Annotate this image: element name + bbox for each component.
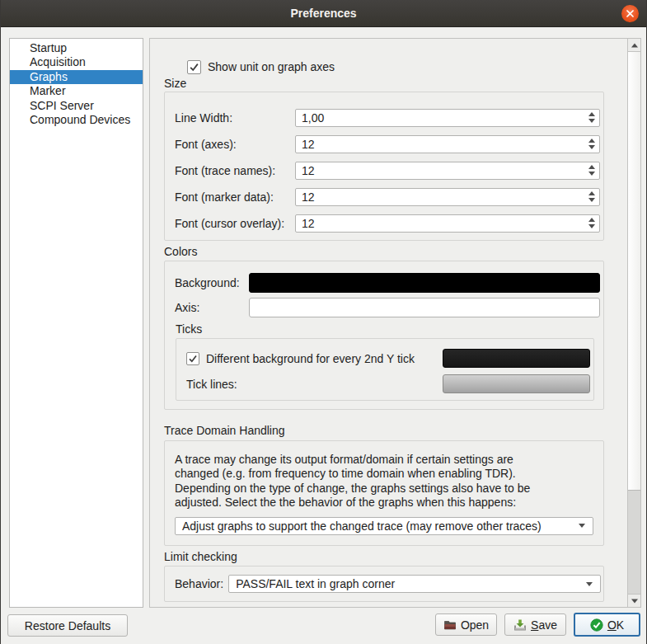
graphs-settings-content: Show unit on graph axes Size Line Width:… [164, 39, 604, 602]
restore-defaults-label: Restore Defaults [25, 619, 110, 632]
background-color-row: Background: [175, 273, 601, 293]
font-marker-data-label: Font (marker data): [175, 190, 295, 204]
font-cursor-overlay-spinbox[interactable]: 12 [295, 214, 600, 233]
line-width-value[interactable]: 1,00 [296, 111, 584, 125]
font-marker-data-spin-buttons[interactable] [584, 189, 599, 205]
axis-color-row: Axis: [175, 298, 601, 317]
line-width-spin-buttons[interactable] [584, 110, 599, 126]
preferences-dialog: Preferences Startup Acquisition Graphs M… [0, 0, 647, 644]
restore-defaults-button[interactable]: Restore Defaults [7, 614, 128, 637]
ticks-group-title: Ticks [176, 322, 601, 336]
trace-behavior-dropdown-value: Adjust graphs to support the changed tra… [176, 519, 579, 533]
close-icon [626, 9, 635, 18]
font-trace-names-spinbox[interactable]: 12 [295, 162, 600, 180]
size-group-title: Size [164, 77, 604, 92]
limit-behavior-dropdown[interactable]: PASS/FAIL text in graph corner [228, 575, 601, 593]
arrow-up-icon [631, 43, 638, 47]
line-width-row: Line Width: 1,00 [175, 109, 600, 127]
save-button[interactable]: Save [504, 613, 566, 636]
graphs-settings-panel: Show unit on graph axes Size Line Width:… [149, 38, 641, 608]
font-marker-data-spinbox[interactable]: 12 [295, 188, 600, 206]
font-cursor-overlay-label: Font (cursor overlay): [175, 217, 295, 230]
spin-down-icon[interactable] [588, 224, 595, 228]
open-button-label: Open [461, 618, 489, 632]
tick-background-row: Different background for every 2nd Y tic… [186, 349, 592, 368]
scrollbar-down-button[interactable] [628, 594, 640, 607]
font-trace-names-spin-buttons[interactable] [584, 162, 599, 179]
sidebar-item-graphs[interactable]: Graphs [10, 70, 143, 84]
spin-down-icon[interactable] [588, 145, 595, 149]
colors-groupbox: Background: Axis: Ticks [164, 261, 604, 410]
spin-down-icon[interactable] [588, 198, 595, 202]
font-axes-spinbox[interactable]: 12 [295, 135, 600, 153]
spin-down-icon[interactable] [588, 119, 595, 123]
chevron-down-icon [579, 524, 585, 528]
sidebar-item-startup[interactable]: Startup [10, 41, 143, 55]
spin-up-icon[interactable] [588, 165, 595, 169]
ok-button-label: OK [607, 618, 624, 632]
trace-behavior-dropdown[interactable]: Adjust graphs to support the changed tra… [175, 517, 593, 535]
font-cursor-overlay-spin-buttons[interactable] [584, 215, 599, 232]
tick-background-label: Different background for every 2nd Y tic… [206, 352, 415, 365]
tick-background-color-button[interactable] [443, 349, 590, 368]
spin-up-icon[interactable] [588, 191, 595, 195]
font-axes-value[interactable]: 12 [296, 138, 584, 151]
sidebar-item-compound-devices[interactable]: Compound Devices [10, 113, 143, 127]
window-title: Preferences [290, 7, 356, 20]
spin-up-icon[interactable] [588, 218, 595, 222]
trace-groupbox: A trace may change its output format/dom… [164, 440, 604, 546]
sidebar-item-acquisition[interactable]: Acquisition [10, 55, 143, 69]
folder-open-icon [443, 618, 457, 632]
scrollbar-track[interactable] [628, 491, 640, 594]
font-trace-names-value[interactable]: 12 [296, 164, 584, 177]
show-unit-checkbox[interactable] [187, 60, 201, 74]
spin-up-icon[interactable] [588, 112, 595, 116]
axis-color-button[interactable] [249, 298, 600, 317]
limit-groupbox: Behavior: PASS/FAIL text in graph corner [164, 566, 604, 602]
dialog-content: Startup Acquisition Graphs Marker SCPI S… [1, 27, 646, 644]
checkmark-icon [188, 354, 198, 364]
vertical-scrollbar[interactable] [627, 39, 640, 607]
scrollbar-up-button[interactable] [628, 39, 640, 52]
axis-color-label: Axis: [175, 301, 249, 314]
ticks-groupbox: Different background for every 2nd Y tic… [176, 338, 594, 401]
font-marker-data-row: Font (marker data): 12 [175, 188, 600, 206]
size-groupbox: Line Width: 1,00 Font (axes): 12 [164, 92, 604, 241]
font-axes-row: Font (axes): 12 [175, 135, 600, 153]
titlebar[interactable]: Preferences [1, 0, 646, 27]
open-button[interactable]: Open [435, 613, 497, 636]
spin-down-icon[interactable] [588, 172, 595, 176]
tick-background-checkbox[interactable] [186, 352, 199, 365]
checkmark-icon [189, 62, 199, 73]
show-unit-row: Show unit on graph axes [187, 59, 604, 74]
background-color-label: Background: [175, 276, 249, 289]
tick-lines-label: Tick lines: [186, 378, 237, 391]
save-icon [513, 618, 527, 632]
limit-behavior-dropdown-value: PASS/FAIL text in graph corner [229, 577, 586, 590]
line-width-spinbox[interactable]: 1,00 [295, 109, 600, 127]
font-axes-label: Font (axes): [175, 138, 295, 151]
sidebar-item-scpi-server[interactable]: SCPI Server [10, 99, 143, 113]
scrollbar-thumb[interactable] [628, 52, 640, 491]
ok-button[interactable]: OK [574, 613, 640, 637]
close-button[interactable] [621, 5, 639, 22]
font-marker-data-value[interactable]: 12 [296, 190, 584, 204]
chevron-down-icon [586, 582, 593, 586]
limit-behavior-row: Behavior: PASS/FAIL text in graph corner [175, 575, 601, 593]
trace-description-line: adjusted. Select the the behavior of the… [175, 496, 593, 510]
background-color-button[interactable] [249, 273, 600, 293]
font-trace-names-row: Font (trace names): 12 [175, 162, 600, 180]
arrow-down-icon [631, 599, 638, 603]
tick-lines-color-button[interactable] [443, 374, 590, 393]
font-cursor-overlay-value[interactable]: 12 [296, 217, 584, 230]
sidebar-item-marker[interactable]: Marker [10, 84, 143, 98]
show-unit-label: Show unit on graph axes [208, 60, 335, 73]
category-list: Startup Acquisition Graphs Marker SCPI S… [9, 38, 143, 608]
font-axes-spin-buttons[interactable] [584, 136, 599, 153]
line-width-label: Line Width: [175, 111, 295, 125]
trace-description-line: changed (e.g. from frequency to time dom… [175, 467, 593, 482]
spin-up-icon[interactable] [588, 139, 595, 143]
trace-group-title: Trace Domain Handling [164, 424, 604, 439]
font-cursor-overlay-row: Font (cursor overlay): 12 [175, 214, 600, 233]
tick-lines-row: Tick lines: [186, 374, 592, 393]
